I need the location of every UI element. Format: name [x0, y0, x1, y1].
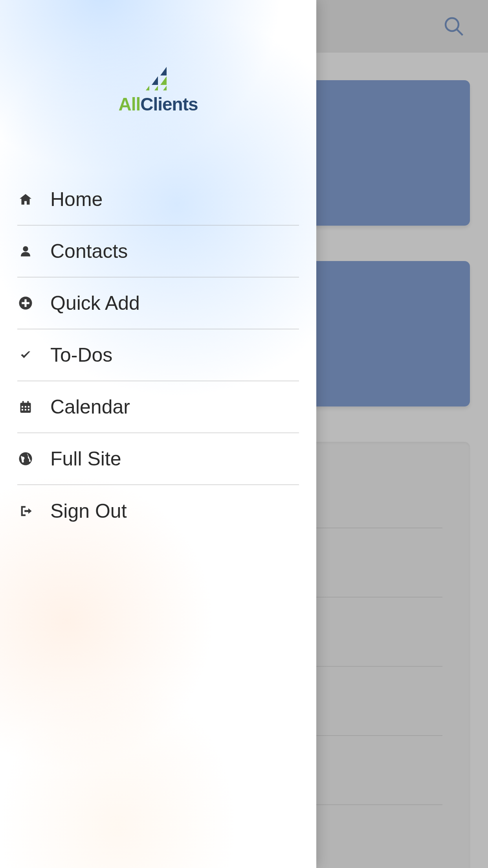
svg-rect-28: [25, 406, 26, 408]
plus-circle-icon: [17, 295, 34, 311]
brand-logo: AllClients: [0, 0, 316, 174]
drawer-item-quick-add[interactable]: Quick Add: [17, 278, 299, 329]
drawer-menu: Home Contacts Quick Add: [0, 174, 316, 537]
svg-marker-14: [160, 67, 167, 75]
drawer-item-home[interactable]: Home: [17, 174, 299, 226]
svg-marker-18: [154, 86, 158, 90]
svg-rect-31: [25, 409, 26, 410]
svg-rect-23: [22, 302, 29, 304]
check-icon: [17, 347, 34, 363]
logo-text-part1: All: [118, 94, 140, 114]
svg-rect-24: [20, 403, 31, 413]
person-icon: [17, 243, 34, 259]
svg-rect-32: [28, 409, 29, 410]
drawer-item-sign-out[interactable]: Sign Out: [17, 485, 299, 537]
logo-text-part2: Clients: [140, 94, 198, 114]
svg-rect-30: [22, 409, 23, 410]
drawer-item-label: Quick Add: [50, 292, 140, 314]
navigation-drawer: AllClients Home Contacts: [0, 0, 316, 868]
drawer-item-label: To-Dos: [50, 344, 112, 366]
logo-mark-icon: [145, 67, 172, 90]
svg-rect-26: [27, 401, 29, 404]
svg-marker-19: [146, 86, 149, 90]
svg-point-33: [19, 452, 32, 465]
drawer-item-full-site[interactable]: Full Site: [17, 433, 299, 485]
svg-point-20: [23, 246, 28, 251]
drawer-item-todos[interactable]: To-Dos: [17, 329, 299, 381]
drawer-item-label: Contacts: [50, 240, 128, 263]
drawer-item-label: Calendar: [50, 395, 130, 418]
svg-rect-25: [22, 401, 24, 404]
drawer-item-label: Sign Out: [50, 500, 127, 522]
home-icon: [17, 191, 34, 208]
sign-out-icon: [17, 503, 34, 519]
drawer-item-contacts[interactable]: Contacts: [17, 226, 299, 278]
svg-rect-29: [28, 406, 29, 408]
globe-icon: [17, 451, 34, 467]
drawer-item-calendar[interactable]: Calendar: [17, 381, 299, 433]
drawer-item-label: Home: [50, 188, 103, 211]
svg-rect-27: [22, 406, 23, 408]
drawer-item-label: Full Site: [50, 447, 121, 470]
svg-marker-15: [152, 76, 158, 85]
svg-marker-17: [163, 86, 167, 90]
svg-marker-16: [160, 76, 167, 85]
calendar-icon: [17, 399, 34, 415]
